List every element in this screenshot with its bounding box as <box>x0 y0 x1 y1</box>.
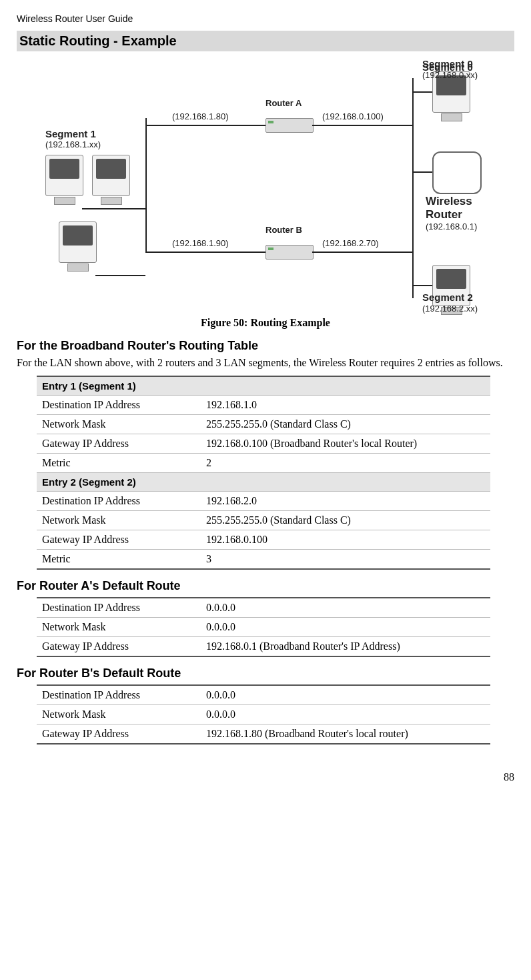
subheading-router-a: For Router A's Default Route <box>17 579 514 593</box>
subheading-router-b: For Router B's Default Route <box>17 666 514 680</box>
cell-value: 0.0.0.0 <box>201 618 490 637</box>
section-title: Static Routing - Example <box>17 31 514 51</box>
cell-label: Network Mask <box>37 415 201 434</box>
table-row: Network Mask255.255.255.0 (Standard Clas… <box>37 415 490 434</box>
routing-diagram: Segment 1 (192.168.1.xx) (192.168.1.80) … <box>39 58 492 312</box>
router-b-left-ip: (192.168.1.90) <box>172 238 229 248</box>
cell-value: 3 <box>201 550 490 570</box>
cell-label: Network Mask <box>37 705 201 724</box>
line <box>412 171 432 173</box>
table-row: Gateway IP Address192.168.0.100 <box>37 530 490 550</box>
cell-value: 0.0.0.0 <box>201 598 490 618</box>
wireless-router-box <box>432 151 482 194</box>
cell-label: Destination IP Address <box>37 598 201 618</box>
router-a-right-ip: (192.168.0.100) <box>322 111 384 121</box>
table-row: Network Mask255.255.255.0 (Standard Clas… <box>37 511 490 530</box>
cell-label: Destination IP Address <box>37 685 201 705</box>
cell-value: 192.168.0.1 (Broadband Router's IP Addre… <box>201 637 490 657</box>
segment1-title: Segment 1 <box>45 128 96 139</box>
cell-value: 192.168.1.80 (Broadband Router's local r… <box>201 724 490 745</box>
cell-value: 255.255.255.0 (Standard Class C) <box>201 415 490 434</box>
line <box>412 91 432 93</box>
line <box>412 285 432 286</box>
wireless-ip: (192.168.0.1) <box>426 221 477 231</box>
table-row: Network Mask0.0.0.0 <box>37 705 490 724</box>
routing-table-a: Destination IP Address0.0.0.0 Network Ma… <box>37 597 490 657</box>
router-icon <box>266 245 314 260</box>
pc-icon <box>59 221 97 263</box>
table-row: Metric2 <box>37 454 490 473</box>
table-row: Destination IP Address0.0.0.0 <box>37 685 490 705</box>
table-row: Destination IP Address192.168.1.0 <box>37 396 490 415</box>
table-row: Gateway IP Address192.168.1.80 (Broadban… <box>37 724 490 745</box>
cell-label: Network Mask <box>37 511 201 530</box>
routing-table-1: Entry 1 (Segment 1) Destination IP Addre… <box>37 376 490 570</box>
line <box>145 125 272 126</box>
cell-value: 192.168.1.0 <box>201 396 490 415</box>
table-row: Metric3 <box>37 550 490 570</box>
table-row: Gateway IP Address192.168.0.1 (Broadband… <box>37 637 490 657</box>
wireless-label1: Wireless <box>426 195 472 208</box>
pc-icon <box>45 155 83 196</box>
line <box>145 118 147 252</box>
cell-label: Network Mask <box>37 618 201 637</box>
routing-table-b: Destination IP Address0.0.0.0 Network Ma… <box>37 684 490 745</box>
subheading-broadband-table: For the Broadband Router's Routing Table <box>17 339 514 353</box>
segment2-ip: (192.168.2.xx) <box>422 304 478 314</box>
router-b-right-ip: (192.168.2.70) <box>322 238 379 248</box>
cell-value: 192.168.2.0 <box>201 492 490 511</box>
cell-label: Metric <box>37 454 201 473</box>
paragraph: For the LAN shown above, with 2 routers … <box>17 357 514 369</box>
cell-value: 192.168.0.100 <box>201 530 490 550</box>
router-a-left-ip: (192.168.1.80) <box>172 111 229 121</box>
entry1-header: Entry 1 (Segment 1) <box>37 376 490 396</box>
cell-value: 2 <box>201 454 490 473</box>
cell-label: Gateway IP Address <box>37 724 201 745</box>
wireless-label2: Router <box>426 208 462 221</box>
document-header: Wireless Router User Guide <box>17 13 514 24</box>
pc-icon <box>92 155 130 196</box>
cell-value: 255.255.255.0 (Standard Class C) <box>201 511 490 530</box>
router-icon <box>266 118 314 133</box>
line <box>412 78 414 298</box>
segment1-ip: (192.168.1.xx) <box>45 139 101 149</box>
line <box>112 208 145 209</box>
table-row: Gateway IP Address192.168.0.100 (Broadba… <box>37 434 490 454</box>
line <box>145 252 272 253</box>
segment0-ip-real: (192.168.0.xx) <box>422 70 478 80</box>
entry2-header: Entry 2 (Segment 2) <box>37 473 490 492</box>
line <box>95 275 145 276</box>
page-number: 88 <box>17 771 514 783</box>
table-row: Network Mask0.0.0.0 <box>37 618 490 637</box>
cell-label: Gateway IP Address <box>37 530 201 550</box>
line <box>312 125 412 126</box>
cell-value: 192.168.0.100 (Broadband Router's local … <box>201 434 490 454</box>
cell-label: Gateway IP Address <box>37 637 201 657</box>
table-row: Destination IP Address192.168.2.0 <box>37 492 490 511</box>
cell-label: Gateway IP Address <box>37 434 201 454</box>
cell-value: 0.0.0.0 <box>201 705 490 724</box>
segment2-title: Segment 2 <box>422 292 473 303</box>
router-a-label: Router A <box>266 98 302 108</box>
cell-value: 0.0.0.0 <box>201 685 490 705</box>
segment0-title-real: Segment 0 <box>422 58 473 69</box>
cell-label: Destination IP Address <box>37 396 201 415</box>
line <box>312 252 412 253</box>
table-row: Destination IP Address0.0.0.0 <box>37 598 490 618</box>
cell-label: Metric <box>37 550 201 570</box>
router-b-label: Router B <box>266 225 302 235</box>
figure-caption: Figure 50: Routing Example <box>17 317 514 329</box>
cell-label: Destination IP Address <box>37 492 201 511</box>
